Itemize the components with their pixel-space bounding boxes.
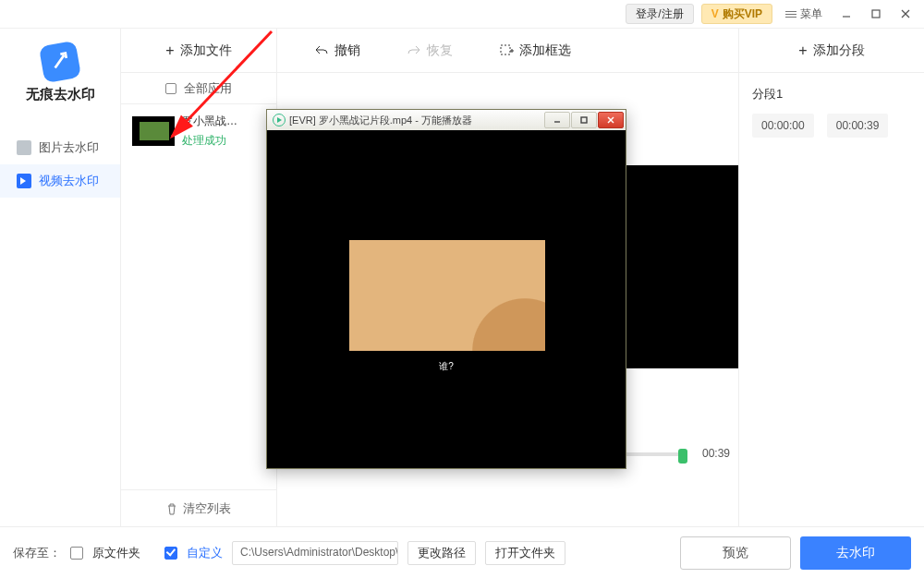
remove-watermark-button[interactable]: 去水印: [800, 536, 911, 570]
segment-title: 分段1: [752, 86, 911, 102]
file-list-column: + 添加文件 全部应用 罗小黑战… 处理成功 清空列表: [120, 29, 277, 526]
window-minimize-button[interactable]: [835, 4, 857, 24]
login-register-button[interactable]: 登录/注册: [626, 4, 693, 24]
window-close-button[interactable]: [894, 4, 917, 24]
player-title: [EVR] 罗小黑战记片段.mp4 - 万能播放器: [289, 114, 543, 127]
plus-icon: +: [798, 42, 807, 59]
segment-start-time[interactable]: 00:00:00: [752, 114, 814, 138]
original-folder-label: 原文件夹: [92, 545, 140, 561]
custom-path-label[interactable]: 自定义: [187, 545, 223, 561]
segment-panel: 分段1 00:00:00 00:00:39: [739, 73, 924, 151]
external-player-window[interactable]: [EVR] 罗小黑战记片段.mp4 - 万能播放器 谁?: [266, 109, 626, 469]
open-folder-button[interactable]: 打开文件夹: [485, 541, 565, 565]
segments-column: + 添加分段 分段1 00:00:00 00:00:39: [739, 29, 924, 526]
clear-list-button[interactable]: 清空列表: [121, 489, 276, 526]
sidebar-item-video-watermark[interactable]: 视频去水印: [0, 164, 120, 198]
player-close-button[interactable]: [598, 112, 624, 128]
buy-vip-button[interactable]: V购买VIP: [701, 4, 772, 24]
file-status: 处理成功: [182, 133, 265, 149]
window-maximize-button[interactable]: [865, 4, 887, 24]
timeline-duration: 00:39: [702, 447, 730, 460]
svg-rect-9: [581, 117, 587, 123]
player-subtitle: 谁?: [268, 360, 625, 373]
svg-rect-1: [872, 10, 880, 18]
video-icon: [17, 174, 31, 188]
hamburger-icon: [785, 9, 796, 19]
player-app-icon: [273, 114, 286, 126]
player-video-frame: [349, 240, 545, 351]
segment-end-time[interactable]: 00:00:39: [827, 114, 889, 138]
redo-button[interactable]: 恢复: [407, 42, 453, 59]
file-name: 罗小黑战…: [182, 114, 265, 129]
titlebar: 登录/注册 V购买VIP 菜单: [0, 0, 924, 28]
add-file-button[interactable]: + 添加文件: [121, 29, 276, 73]
app-logo-icon: [39, 41, 81, 83]
output-path-field[interactable]: C:\Users\Administrator\Desktop\无痕…: [232, 541, 398, 565]
vip-v-icon: V: [711, 7, 719, 20]
svg-rect-4: [501, 45, 510, 54]
canvas-toolbar: 撤销 恢复 添加框选: [277, 29, 738, 73]
player-maximize-button[interactable]: [571, 112, 597, 128]
video-preview-backdrop: [618, 165, 738, 368]
custom-path-checkbox[interactable]: [164, 547, 177, 560]
player-minimize-button[interactable]: [544, 112, 570, 128]
change-path-button[interactable]: 更改路径: [407, 541, 476, 565]
player-titlebar[interactable]: [EVR] 罗小黑战记片段.mp4 - 万能播放器: [267, 110, 626, 130]
sidebar-item-label: 图片去水印: [39, 139, 99, 156]
app-menu-button[interactable]: 菜单: [780, 4, 828, 24]
trash-icon: [166, 502, 177, 515]
sidebar: 无痕去水印 图片去水印 视频去水印: [0, 29, 120, 526]
save-to-label: 保存至：: [13, 545, 61, 561]
app-title: 无痕去水印: [26, 86, 95, 103]
image-icon: [17, 140, 31, 155]
undo-button[interactable]: 撤销: [314, 42, 360, 59]
add-selection-box-button[interactable]: 添加框选: [499, 42, 571, 59]
plus-icon: +: [165, 42, 174, 59]
add-segment-button[interactable]: + 添加分段: [739, 29, 924, 73]
sidebar-item-label: 视频去水印: [39, 173, 99, 189]
player-video-area[interactable]: 谁?: [268, 131, 625, 467]
timeline-handle[interactable]: [678, 449, 687, 464]
file-list-item[interactable]: 罗小黑战… 处理成功: [121, 104, 276, 158]
bottom-bar: 保存至： 原文件夹 自定义 C:\Users\Administrator\Des…: [0, 526, 924, 578]
preview-button[interactable]: 预览: [680, 536, 791, 570]
file-thumbnail: [132, 116, 175, 146]
original-folder-checkbox[interactable]: [70, 547, 83, 560]
select-all-toggle[interactable]: 全部应用: [121, 73, 276, 104]
checkbox-icon: [165, 83, 176, 94]
sidebar-item-image-watermark[interactable]: 图片去水印: [0, 131, 120, 164]
